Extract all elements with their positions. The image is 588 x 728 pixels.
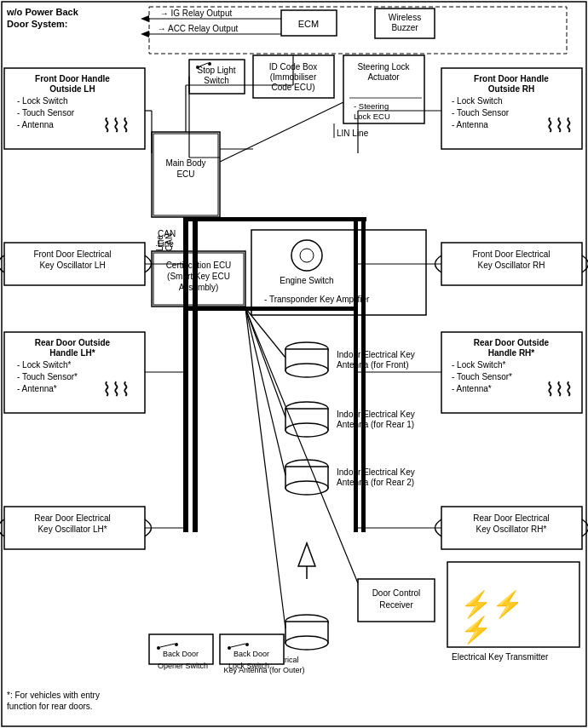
svg-text:w/o Power Back: w/o Power Back [6, 7, 79, 17]
svg-rect-13 [189, 60, 245, 94]
svg-text:- Antenna*: - Antenna* [452, 384, 492, 393]
svg-line-114 [160, 644, 175, 647]
svg-rect-157 [361, 217, 366, 532]
svg-line-151 [245, 308, 285, 358]
svg-rect-134 [193, 217, 198, 532]
svg-text:Electrical Key Transmitter: Electrical Key Transmitter [452, 652, 549, 662]
svg-text:Rear Door Outside: Rear Door Outside [35, 338, 111, 347]
svg-text:(Immobiliser: (Immobiliser [270, 72, 317, 82]
svg-rect-19 [253, 55, 334, 98]
svg-rect-38 [153, 253, 244, 305]
svg-text:Opener Switch: Opener Switch [158, 662, 208, 670]
svg-text:Front Door Handle: Front Door Handle [35, 74, 110, 83]
svg-point-99 [285, 481, 328, 495]
svg-rect-1 [149, 7, 567, 54]
svg-rect-88 [285, 349, 328, 370]
svg-point-89 [285, 364, 328, 377]
svg-text:Certification ECU: Certification ECU [166, 261, 232, 270]
wiring-diagram-svg: ECM Wireless Buzzer → IG Relay Output → … [0, 0, 588, 728]
svg-text:- Lock Switch*: - Lock Switch* [452, 360, 505, 370]
svg-line-153 [245, 308, 285, 475]
svg-rect-158 [183, 217, 366, 221]
svg-point-121 [228, 646, 231, 650]
svg-text:Code ECU): Code ECU) [271, 83, 314, 92]
svg-text:Handle LH*: Handle LH* [49, 348, 95, 358]
svg-text:Back Door Electrical: Back Door Electrical [229, 656, 298, 664]
svg-rect-37 [152, 251, 245, 307]
svg-rect-77 [441, 332, 582, 413]
svg-text:Antenna (for Rear 1): Antenna (for Rear 1) [337, 420, 414, 429]
svg-text:⌇⌇⌇: ⌇⌇⌇ [545, 379, 574, 400]
svg-point-42 [291, 240, 322, 271]
svg-line-152 [245, 308, 285, 417]
svg-line-154 [245, 308, 358, 583]
svg-text:Outside RH: Outside RH [488, 84, 534, 94]
svg-text:Engine Switch: Engine Switch [280, 276, 333, 285]
svg-text:Back Door: Back Door [163, 650, 199, 658]
svg-text:Front Door Handle: Front Door Handle [474, 74, 549, 83]
svg-text:Indoor Electrical Key: Indoor Electrical Key [337, 410, 415, 419]
svg-text:Key Antenna (for Outer): Key Antenna (for Outer) [223, 666, 304, 674]
svg-line-149 [220, 102, 343, 162]
svg-text:Actuator: Actuator [367, 72, 400, 82]
svg-text:function for rear doors.: function for rear doors. [7, 702, 93, 711]
svg-rect-46 [251, 230, 426, 315]
svg-text:Outside LH: Outside LH [49, 84, 95, 94]
svg-point-97 [285, 460, 328, 473]
svg-text:Key Oscillator LH*: Key Oscillator LH* [37, 525, 107, 534]
svg-line-155 [245, 308, 285, 628]
svg-line-120 [231, 644, 245, 647]
svg-text:Front Door Electrical: Front Door Electrical [472, 249, 550, 259]
svg-text:- Lock Switch*: - Lock Switch* [17, 360, 71, 370]
svg-text:Handle RH*: Handle RH* [488, 348, 535, 358]
svg-point-43 [300, 249, 314, 262]
svg-rect-67 [441, 68, 582, 149]
svg-text:Key Oscillator LH: Key Oscillator LH [39, 261, 105, 270]
svg-text:⚡⚡: ⚡⚡ [460, 589, 524, 620]
svg-text:Steering Lock: Steering Lock [357, 62, 410, 72]
svg-text:⌇⌇⌇: ⌇⌇⌇ [102, 115, 130, 136]
svg-text:Lock Switch: Lock Switch [228, 662, 269, 670]
svg-text:Rear Door Outside: Rear Door Outside [474, 338, 550, 347]
svg-rect-125 [447, 562, 579, 647]
svg-text:- Lock Switch: - Lock Switch [17, 96, 67, 106]
svg-point-87 [285, 342, 328, 356]
svg-rect-0 [2, 2, 586, 726]
svg-text:Main Body: Main Body [165, 158, 205, 168]
svg-text:Door System:: Door System: [7, 19, 68, 29]
svg-text:Wireless: Wireless [389, 13, 421, 22]
svg-text:Rear Door Electrical: Rear Door Electrical [473, 513, 549, 523]
svg-text:- Touch Sensor: - Touch Sensor [17, 108, 75, 118]
svg-text:Indoor Electrical Key: Indoor Electrical Key [337, 467, 415, 477]
svg-rect-102 [358, 579, 435, 622]
svg-text:- Transponder Key Amplifier: - Transponder Key Amplifier [264, 295, 370, 304]
svg-text:⚡: ⚡ [460, 615, 493, 645]
svg-text:Front Door Electrical: Front Door Electrical [33, 249, 111, 259]
svg-rect-32 [153, 134, 218, 215]
diagram-container: ECM Wireless Buzzer → IG Relay Output → … [0, 0, 588, 728]
svg-text:LIN Line: LIN Line [337, 129, 369, 138]
svg-text:Assembly): Assembly) [179, 283, 219, 292]
svg-rect-74 [441, 243, 582, 285]
svg-rect-119 [220, 634, 284, 664]
svg-text:Key Oscillator RH*: Key Oscillator RH* [476, 525, 547, 534]
svg-rect-133 [183, 217, 188, 532]
svg-point-110 [285, 636, 328, 650]
svg-point-92 [285, 402, 328, 416]
svg-text:ID Code Box: ID Code Box [269, 62, 318, 72]
svg-text:Buzzer: Buzzer [391, 23, 418, 32]
svg-text:- Touch Sensor*: - Touch Sensor* [452, 372, 512, 381]
svg-rect-93 [285, 409, 328, 430]
svg-marker-8 [141, 15, 149, 22]
svg-text:Door Control: Door Control [372, 588, 421, 598]
svg-point-115 [157, 646, 160, 650]
svg-text:Switch: Switch [204, 76, 228, 85]
svg-text:- Antenna*: - Antenna* [17, 384, 57, 393]
svg-text:Antenna (for Rear 2): Antenna (for Rear 2) [337, 478, 414, 487]
svg-text:ECU: ECU [176, 169, 194, 179]
svg-text:- Antenna: - Antenna [17, 120, 54, 129]
svg-rect-64 [4, 507, 145, 549]
svg-text:(Smart Key ECU: (Smart Key ECU [167, 272, 230, 281]
svg-text:*: For vehicles with entry: *: For vehicles with entry [7, 691, 100, 700]
svg-rect-109 [285, 622, 328, 643]
